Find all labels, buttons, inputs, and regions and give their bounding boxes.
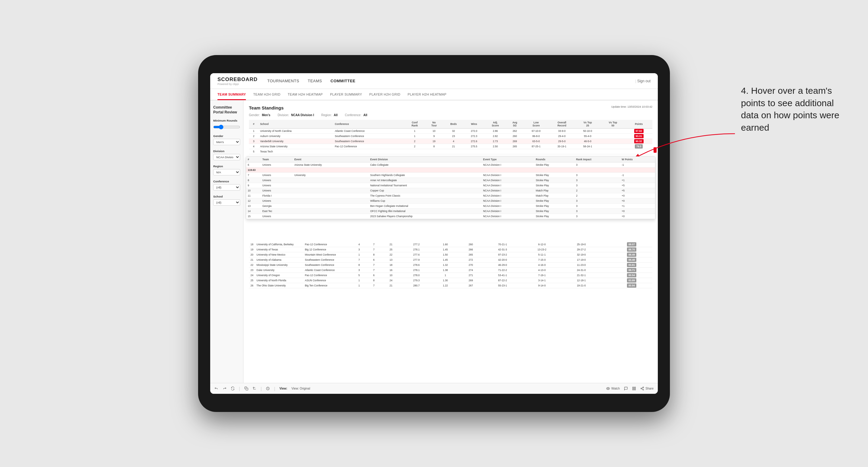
svg-line-10 <box>642 389 643 389</box>
svg-point-2 <box>608 388 609 389</box>
cell-vs25: 58-24-1 <box>575 144 600 149</box>
tab-team-summary[interactable]: TEAM SUMMARY <box>217 90 246 100</box>
table-row: 18 University of California, Berkeley Pa… <box>249 242 652 247</box>
table-row: 21 University of Alabama Southeastern Co… <box>249 257 652 262</box>
col-conf-rank: ConfRank <box>405 120 425 129</box>
tablet-device: SCOREBOARD Powered by clippi TOURNAMENTS… <box>198 55 670 412</box>
copy-button[interactable] <box>244 386 248 391</box>
cell-rank: 2 <box>249 134 258 139</box>
standings-table: # School Conference ConfRank NoTour Bnds… <box>249 120 652 154</box>
hover-table-row: 15 Univers 2023 Sahalee Players Champion… <box>246 214 655 219</box>
division-label: Division <box>213 149 240 153</box>
tab-player-h2h-grid[interactable]: PLAYER H2H GRID <box>369 90 400 100</box>
svg-line-11 <box>642 388 643 388</box>
toolbar-right: Watch <box>606 386 654 391</box>
min-rounds-label: Minimum Rounds <box>213 119 240 122</box>
region-select[interactable]: N/A <box>213 169 240 176</box>
cell-conference: Atlantic Coast Conference <box>333 129 405 134</box>
scene: SCOREBOARD Powered by clippi TOURNAMENTS… <box>0 0 868 467</box>
hover-col-division: Event Division <box>369 157 482 162</box>
table-row: 1 University of North Carolina Atlantic … <box>249 129 652 134</box>
hover-col-type: Event Type <box>482 157 534 162</box>
cell-conference <box>333 149 405 154</box>
annotation-area: 4. Hover over a team's points to see add… <box>741 85 850 134</box>
separator-3: | <box>274 386 275 391</box>
cell-empty <box>405 149 625 154</box>
cell-low-score: 86-8-0 <box>523 134 549 139</box>
comment-button[interactable] <box>624 386 628 391</box>
cell-low-score: 87-25-1 <box>523 144 549 149</box>
main-content: CommitteePortal Review Minimum Rounds Ge… <box>210 100 658 383</box>
table-row: 19 University of Texas Big 12 Conference… <box>249 247 652 252</box>
table-row: 22 Mississippi State University Southeas… <box>249 262 652 268</box>
filter-region: Region: All <box>321 114 338 117</box>
nav-teams[interactable]: TEAMS <box>308 77 322 84</box>
table-row: 2 Auburn University Southeastern Confere… <box>249 134 652 139</box>
view-original-button[interactable]: View: Original <box>291 387 310 390</box>
cell-school: Auburn University <box>258 134 333 139</box>
svg-rect-4 <box>634 387 636 388</box>
lower-standings-table: 18 University of California, Berkeley Pa… <box>249 242 652 288</box>
division-select[interactable]: NCAA Division I <box>213 154 240 160</box>
sidebar-min-rounds: Minimum Rounds <box>213 119 240 130</box>
undo-button[interactable] <box>214 386 218 391</box>
sidebar-division: Division NCAA Division I <box>213 149 240 160</box>
nav-items: TOURNAMENTS TEAMS COMMITTEE <box>267 77 636 84</box>
table-row: 25 University of North Florida ASUN Conf… <box>249 278 652 283</box>
col-no-tour: NoTour <box>425 120 443 129</box>
hover-table-row: 12 Univers Williams Cup NCAA Division I … <box>246 198 655 204</box>
sub-nav: TEAM SUMMARY TEAM H2H GRID TEAM H2H HEAT… <box>210 89 658 100</box>
report-area: Team Standings Update time: 13/03/2024 1… <box>244 100 658 383</box>
logo-text: SCOREBOARD <box>217 76 258 83</box>
school-label: School <box>213 195 240 198</box>
cell-conference: Southeastern Conference <box>333 139 405 144</box>
tab-player-summary[interactable]: PLAYER SUMMARY <box>330 90 362 100</box>
cell-low-score: 67-10-0 <box>523 129 549 134</box>
tab-team-h2h-heatmap[interactable]: TEAM H2H HEATMAP <box>288 90 323 100</box>
sidebar-portal-title: CommitteePortal Review <box>213 105 237 114</box>
share-button[interactable]: Share <box>640 386 654 391</box>
nav-tournaments[interactable]: TOURNAMENTS <box>267 77 300 84</box>
cell-adj-score: 2.73 <box>484 139 506 144</box>
cell-wins: 272.3 <box>464 134 484 139</box>
cell-rank: 3 <box>249 139 258 144</box>
update-time-area: Update time: 13/03/2024 10:03:42 <box>611 105 652 108</box>
table-row: 26 The Ohio State University Big Ten Con… <box>249 283 652 288</box>
refresh-button[interactable] <box>231 386 235 391</box>
hover-col-w-points: W Points <box>620 157 655 162</box>
hover-table-row: 11 Florida I The Cypress Point Classic N… <box>246 193 655 198</box>
cell-no-tour: 19 <box>425 139 443 144</box>
sign-out-button[interactable]: Sign out <box>636 79 651 83</box>
cell-conf-rank: 2 <box>405 144 425 149</box>
hover-table-row: 9 Univers National Invitational Tourname… <box>246 183 655 188</box>
svg-point-7 <box>643 387 644 388</box>
tab-team-h2h-grid[interactable]: TEAM H2H GRID <box>253 90 280 100</box>
min-rounds-input[interactable] <box>213 125 240 129</box>
cell-wins: 272.0 <box>464 129 484 134</box>
conference-select[interactable]: (All) <box>213 184 240 191</box>
hover-col-num: # <box>246 157 261 162</box>
grid-button[interactable] <box>632 386 636 391</box>
cell-avg-sg: 269 <box>506 139 523 144</box>
nav-committee[interactable]: COMMITTEE <box>331 77 356 84</box>
timer-button[interactable] <box>266 386 270 391</box>
hover-table-row: 119.63 <box>246 167 655 173</box>
redo-button[interactable] <box>223 386 226 391</box>
watch-button[interactable]: Watch <box>606 386 620 391</box>
cell-adj-score: 2.82 <box>484 134 506 139</box>
cell-conf-rank: 2 <box>405 139 425 144</box>
cell-vs25: 46-5-0 <box>575 139 600 144</box>
cell-conference: Southeastern Conference <box>333 134 405 139</box>
school-select[interactable]: (All) <box>213 199 240 206</box>
cell-low-score: 63-5-0 <box>523 139 549 144</box>
cell-no-tour: 9 <box>425 134 443 139</box>
cell-bnds: 23 <box>443 134 464 139</box>
cell-avg-sg: 265 <box>506 144 523 149</box>
gender-select[interactable]: Men's <box>213 139 240 145</box>
hover-table-row: 7 Univers University Southern Highlands … <box>246 173 655 178</box>
cell-overall: 29-4-0 <box>549 134 575 139</box>
crop-button[interactable] <box>252 386 256 391</box>
sidebar-conference: Conference (All) <box>213 180 240 191</box>
tab-player-h2h-heatmap[interactable]: PLAYER H2H HEATMAP <box>408 90 446 100</box>
update-time-label: Update time: 13/03/2024 10:03:42 <box>611 105 652 108</box>
